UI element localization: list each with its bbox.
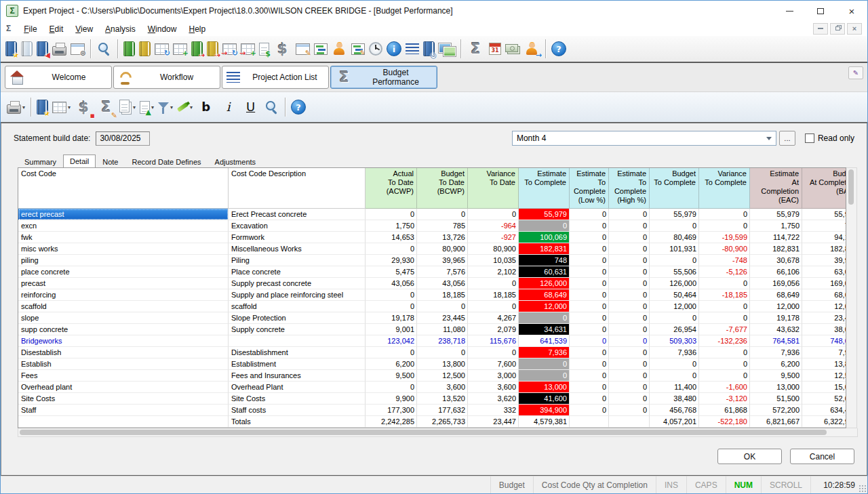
cost-code-cell[interactable]: place concrete (18, 266, 229, 278)
gantt-button[interactable] (312, 43, 330, 56)
value-cell[interactable]: 0 (366, 382, 417, 393)
value-cell[interactable]: 13,520 (417, 393, 468, 405)
value-cell[interactable]: 0 (468, 301, 519, 312)
value-cell[interactable]: 0 (570, 335, 609, 347)
cost-code-description-cell[interactable]: Staff costs (229, 405, 366, 416)
cost-code-description-cell[interactable]: Erect Precast concrete (229, 209, 366, 220)
value-cell[interactable]: 68,649 (750, 289, 802, 301)
value-cell[interactable]: 7,576 (417, 266, 468, 278)
resources-button[interactable] (330, 41, 349, 57)
value-cell[interactable]: 41,600 (519, 393, 570, 405)
view-tab-welcome[interactable]: Welcome (5, 66, 112, 89)
value-cell[interactable]: 0 (699, 278, 750, 289)
underline-button[interactable]: U (239, 98, 262, 117)
value-cell[interactable]: 26,954 (650, 324, 699, 335)
value-cell[interactable]: 169,056 (802, 278, 846, 289)
value-cell[interactable]: 0 (570, 278, 609, 289)
italic-button[interactable]: i (217, 98, 239, 117)
column-header[interactable]: Budget To Date (BCWP) (417, 168, 468, 209)
statement-build-button[interactable]: Σ✎ (95, 98, 117, 117)
value-cell[interactable]: 7,600 (468, 358, 519, 370)
horizontal-scrollbar[interactable] (18, 428, 858, 437)
value-cell[interactable]: 177,300 (366, 405, 417, 416)
value-cell[interactable]: 7,936 (519, 347, 570, 358)
value-cell[interactable]: 63,082 (802, 266, 846, 278)
value-cell[interactable]: 123,042 (366, 335, 417, 347)
value-cell[interactable]: -3,120 (699, 393, 750, 405)
value-cell[interactable]: 0 (570, 209, 609, 220)
cost-code-cell[interactable]: slope (18, 312, 229, 324)
value-cell[interactable] (570, 416, 609, 428)
close-button[interactable]: × (836, 1, 867, 21)
refresh-table-button[interactable]: ↻ (153, 43, 171, 56)
value-cell[interactable]: 0 (699, 370, 750, 382)
calendar-button[interactable]: 31 (487, 42, 503, 56)
view-tab-budget-performance[interactable]: ΣBudget Performance (330, 66, 437, 89)
value-cell[interactable]: 52,000 (802, 393, 846, 405)
value-cell[interactable]: 332 (468, 405, 519, 416)
view-tab-project-action-list[interactable]: Project Action List (222, 66, 329, 89)
value-cell[interactable]: 3,620 (468, 393, 519, 405)
value-cell[interactable]: 126,000 (650, 278, 699, 289)
value-cell[interactable]: 0 (699, 347, 750, 358)
cost-code-cell[interactable]: Staff (18, 405, 229, 416)
info-button[interactable]: i (384, 41, 403, 57)
value-cell[interactable]: 572,200 (750, 405, 802, 416)
import-refresh-table-button[interactable]: ↻→ (220, 43, 239, 56)
value-cell[interactable]: 15,000 (802, 382, 846, 393)
highlight-button[interactable]: ▾ (175, 104, 195, 111)
value-cell[interactable]: 0 (609, 382, 650, 393)
cost-code-cell[interactable]: Establish (18, 358, 229, 370)
value-cell[interactable]: 182,831 (802, 243, 846, 255)
value-cell[interactable]: 43,056 (366, 278, 417, 289)
value-cell[interactable]: 0 (650, 370, 699, 382)
value-cell[interactable]: 80,469 (650, 232, 699, 243)
value-cell[interactable]: 0 (519, 358, 570, 370)
value-cell[interactable]: 19,178 (366, 312, 417, 324)
cost-code-cell[interactable]: Bridgeworks (18, 335, 229, 347)
value-cell[interactable]: 0 (699, 209, 750, 220)
value-cell[interactable]: 509,303 (650, 335, 699, 347)
value-cell[interactable]: 66,106 (750, 266, 802, 278)
value-cell[interactable]: 0 (417, 347, 468, 358)
value-cell[interactable]: 12,000 (519, 301, 570, 312)
action-list-button[interactable] (403, 43, 421, 55)
resize-grip[interactable] (859, 485, 866, 492)
value-cell[interactable]: 100,069 (519, 232, 570, 243)
menu-help[interactable]: Help (182, 23, 212, 35)
value-cell[interactable]: 0 (570, 347, 609, 358)
value-cell[interactable]: 0 (570, 255, 609, 266)
value-cell[interactable]: 30,678 (750, 255, 802, 266)
value-cell[interactable]: 7,936 (650, 347, 699, 358)
value-cell[interactable]: -1,600 (699, 382, 750, 393)
add-table-button[interactable]: + (171, 43, 189, 56)
dropdown-arrow-icon[interactable]: ▾ (22, 104, 25, 110)
value-cell[interactable]: 0 (609, 278, 650, 289)
period-select[interactable]: Month 4 (512, 131, 776, 146)
value-cell[interactable]: 9,900 (366, 393, 417, 405)
column-header[interactable]: Actual To Date (ACWP) (366, 168, 417, 209)
cost-code-description-cell[interactable]: Site Costs (229, 393, 366, 405)
value-cell[interactable]: 1,750 (750, 220, 802, 232)
open-project-button[interactable] (19, 41, 35, 57)
value-cell[interactable]: 634,400 (802, 405, 846, 416)
value-cell[interactable]: 0 (609, 370, 650, 382)
cost-code-description-cell[interactable]: Formwork (229, 232, 366, 243)
value-cell[interactable]: 6,200 (366, 358, 417, 370)
dropdown-arrow-icon[interactable]: ▾ (190, 104, 193, 110)
help-button[interactable]: ? (549, 41, 568, 57)
import-add-table-button[interactable]: +→ (239, 43, 257, 56)
cost-code-cell[interactable]: reinforcing (18, 289, 229, 301)
value-cell[interactable]: 11,080 (417, 324, 468, 335)
value-cell[interactable]: 80,900 (417, 243, 468, 255)
value-cell[interactable]: 13,726 (417, 232, 468, 243)
value-cell[interactable]: 12,500 (802, 370, 846, 382)
value-cell[interactable]: 0 (609, 232, 650, 243)
value-cell[interactable]: 39,965 (417, 255, 468, 266)
menu-edit[interactable]: Edit (43, 23, 70, 35)
value-cell[interactable]: 38,034 (802, 324, 846, 335)
value-cell[interactable]: 12,000 (750, 301, 802, 312)
cost-code-description-cell[interactable]: Establistment (229, 358, 366, 370)
value-cell[interactable]: 3,000 (468, 370, 519, 382)
value-cell[interactable]: 61,868 (699, 405, 750, 416)
